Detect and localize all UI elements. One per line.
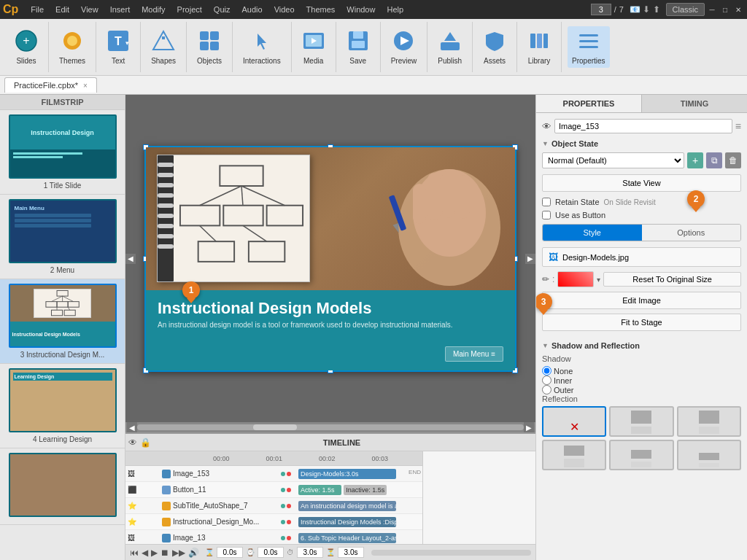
- reflect-none-thumb[interactable]: ✕: [542, 406, 606, 437]
- object-name-input[interactable]: [554, 119, 732, 133]
- reflect-style2-thumb[interactable]: [677, 406, 741, 437]
- reflect-style5-thumb[interactable]: [677, 440, 741, 470]
- ribbon-preview-button[interactable]: Preview: [387, 26, 422, 68]
- tab-timing[interactable]: TIMING: [642, 95, 747, 112]
- eye-icon[interactable]: 👁: [128, 438, 137, 448]
- svg-rect-54: [427, 173, 441, 220]
- track-dot-1a[interactable]: [281, 472, 285, 476]
- mode-button[interactable]: Classic: [666, 3, 705, 16]
- track-dot-5a[interactable]: [281, 536, 285, 540]
- menu-view[interactable]: View: [76, 4, 104, 15]
- ribbon-save-button[interactable]: Save: [342, 26, 374, 68]
- scrollbar-thumb[interactable]: [253, 424, 297, 430]
- retain-state-checkbox[interactable]: [542, 198, 551, 206]
- canvas-scrollbar[interactable]: ◀ ▶: [125, 422, 535, 432]
- menu-video[interactable]: Video: [269, 4, 300, 15]
- reflect-style4-thumb[interactable]: [609, 440, 673, 470]
- filmstrip-item-5[interactable]: [0, 448, 125, 525]
- play-button[interactable]: ▶: [151, 548, 158, 558]
- menu-file[interactable]: File: [26, 4, 49, 15]
- track-dot-1b[interactable]: [287, 472, 291, 476]
- scrollbar-track[interactable]: [137, 424, 524, 430]
- menu-modify[interactable]: Modify: [136, 4, 170, 15]
- time-end-input[interactable]: [297, 547, 323, 558]
- ribbon-slides-button[interactable]: + Slides: [10, 26, 42, 68]
- maximize-button[interactable]: □: [719, 4, 731, 15]
- color-dropdown-icon[interactable]: ▾: [597, 276, 600, 284]
- use-as-button-checkbox[interactable]: [542, 211, 551, 219]
- menu-audio[interactable]: Audio: [236, 4, 267, 15]
- menu-help[interactable]: Help: [382, 4, 409, 15]
- rewind-button[interactable]: ⏮: [130, 548, 139, 558]
- state-select[interactable]: Normal (Default): [542, 152, 684, 168]
- ribbon-properties-button[interactable]: Properties: [568, 26, 610, 68]
- track-dot-2a[interactable]: [281, 488, 285, 492]
- shadow-none-radio[interactable]: [542, 366, 551, 376]
- visibility-toggle[interactable]: 👁: [542, 121, 551, 132]
- time-duration-input[interactable]: [338, 547, 364, 558]
- state-duplicate-button[interactable]: ⧉: [706, 152, 722, 168]
- shadow-outer-radio[interactable]: [542, 385, 551, 394]
- ribbon-themes-button[interactable]: Themes: [55, 26, 90, 68]
- step-fwd-button[interactable]: ▶▶: [172, 548, 185, 558]
- tab-properties[interactable]: PROPERTIES: [536, 95, 642, 112]
- filmstrip-item-3[interactable]: Instructional Design Models 3 Instructio…: [0, 279, 125, 364]
- tab-close-icon[interactable]: ×: [83, 82, 88, 90]
- color-swatch[interactable]: [557, 271, 594, 287]
- menu-window[interactable]: Window: [341, 4, 380, 15]
- ribbon-objects-button[interactable]: Objects: [193, 26, 226, 68]
- canvas-scroll-right[interactable]: ▶: [525, 254, 535, 264]
- filmstrip-item-4[interactable]: Learning Design 4 Learning Design: [0, 364, 125, 448]
- slide-canvas[interactable]: ◀: [125, 95, 535, 422]
- ribbon-interactions-button[interactable]: Interactions: [239, 26, 285, 68]
- playhead-track[interactable]: [371, 550, 531, 556]
- stop-button[interactable]: ⏹: [160, 548, 169, 558]
- file-tab[interactable]: PracticeFile.cpbx* ×: [4, 77, 97, 93]
- ribbon-media-button[interactable]: Media: [298, 26, 330, 68]
- slide-menu-button[interactable]: Main Menu ≡: [445, 346, 503, 362]
- time-current-input[interactable]: [217, 547, 243, 558]
- menu-themes[interactable]: Themes: [301, 4, 341, 15]
- reflect-style1-thumb[interactable]: [609, 406, 673, 437]
- style-tab[interactable]: Style: [543, 225, 642, 241]
- scroll-right-btn[interactable]: ▶: [524, 422, 534, 432]
- minimize-button[interactable]: ─: [706, 4, 718, 15]
- filmstrip-item-2[interactable]: Main Menu 2 Menu: [0, 195, 125, 279]
- track-dot-4b[interactable]: [287, 520, 291, 524]
- lock-icon[interactable]: 🔒: [140, 438, 151, 448]
- options-tab[interactable]: Options: [642, 225, 741, 241]
- filmstrip-item-1[interactable]: Instructional Design 1 Title Slide: [0, 110, 125, 195]
- track-dot-3b[interactable]: [287, 504, 291, 508]
- state-delete-button[interactable]: 🗑: [725, 152, 741, 168]
- step-back-button[interactable]: ◀: [142, 548, 148, 558]
- menu-project[interactable]: Project: [172, 4, 207, 15]
- canvas-scroll-left[interactable]: ◀: [125, 254, 136, 264]
- slide-content[interactable]: 1 Instructional Design Models An instruc…: [144, 146, 516, 372]
- edit-image-button[interactable]: Edit Image: [542, 292, 741, 309]
- state-view-button[interactable]: State View: [542, 174, 741, 192]
- options-menu-icon[interactable]: ≡: [735, 120, 741, 132]
- menu-quiz[interactable]: Quiz: [209, 4, 236, 15]
- track-dot-3a[interactable]: [281, 504, 285, 508]
- image-filename-button[interactable]: 🖼 Design-Models.jpg: [542, 247, 741, 267]
- shadow-inner-radio[interactable]: [542, 376, 551, 385]
- menu-edit[interactable]: Edit: [50, 4, 74, 15]
- ribbon-text-button[interactable]: T▾ Text: [102, 26, 134, 68]
- state-add-button[interactable]: +: [687, 152, 703, 168]
- reset-size-button[interactable]: Reset To Original Size: [603, 272, 741, 287]
- slide-current-input[interactable]: [591, 4, 611, 15]
- ribbon-shapes-button[interactable]: Shapes: [147, 26, 180, 68]
- time-start-input[interactable]: [258, 547, 284, 558]
- close-button[interactable]: ✕: [732, 4, 744, 15]
- track-dot-2b[interactable]: [287, 488, 291, 492]
- fit-to-stage-button[interactable]: Fit to Stage: [542, 314, 741, 331]
- ribbon-library-button[interactable]: Library: [523, 26, 555, 68]
- ribbon-publish-button[interactable]: Publish: [433, 26, 466, 68]
- svg-rect-53: [413, 184, 426, 224]
- track-dot-4a[interactable]: [281, 520, 285, 524]
- scroll-left-btn[interactable]: ◀: [127, 422, 137, 432]
- reflect-style3-thumb[interactable]: [542, 440, 606, 470]
- track-dot-5b[interactable]: [287, 536, 291, 540]
- ribbon-assets-button[interactable]: Assets: [479, 26, 511, 68]
- menu-insert[interactable]: Insert: [105, 4, 136, 15]
